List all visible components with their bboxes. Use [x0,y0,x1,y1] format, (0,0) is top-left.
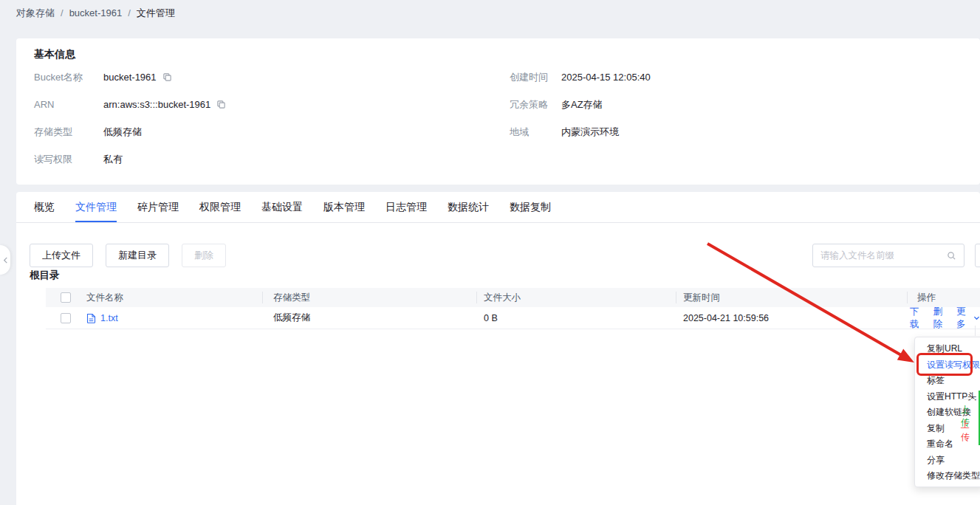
field-label: ARN [34,99,103,110]
refresh-button-partial[interactable] [975,244,980,267]
tab-overview[interactable]: 概览 [34,201,55,222]
delete-link[interactable]: 删除 [933,306,950,331]
row-size: 0 B [484,307,498,329]
more-actions-menu: 复制URL 设置读写权限 标签 设置HTTP头 创建软链接 复制 重命名 分享 … [914,337,980,487]
delete-button[interactable]: 删除 [182,244,226,267]
row-checkbox[interactable] [61,313,71,323]
tab-data-statistics[interactable]: 数据统计 [448,201,489,222]
field-acl: 读写权限 私有 [34,145,226,173]
file-link[interactable]: 1.txt [86,313,118,323]
tab-log-management[interactable]: 日志管理 [386,201,427,222]
table-header: 文件名称 存储类型 文件大小 更新时间 操作 [46,288,980,307]
menu-item-tags[interactable]: 标签 [915,373,980,389]
menu-item-create-symlink[interactable]: 创建软链接 [915,405,980,421]
root-directory-label: 根目录 [30,269,60,282]
file-search-box [812,244,964,267]
field-label: 地域 [510,126,561,139]
menu-item-set-http-header[interactable]: 设置HTTP头 [915,389,980,405]
field-label: 创建时间 [510,71,561,84]
breadcrumb-separator: / [61,7,64,18]
breadcrumb-separator: / [128,7,131,18]
sidebar-collapse-handle[interactable] [0,245,10,275]
field-value: bucket-1961 [103,72,157,83]
field-created-time: 创建时间 2025-04-15 12:05:40 [510,63,651,91]
tab-data-replication[interactable]: 数据复制 [510,201,551,222]
search-icon[interactable] [947,251,956,261]
breadcrumb: 对象存储/bucket-1961/文件管理 [16,7,175,20]
field-value: 多AZ存储 [561,98,603,111]
field-arn: ARN arn:aws:s3:::bucket-1961 [34,91,226,118]
tab-file-management[interactable]: 文件管理 [75,201,117,222]
table-row: 1.txt 低频存储 0 B 2025-04-21 10:59:56 下载 删除… [46,307,980,329]
tab-permission-management[interactable]: 权限管理 [199,201,241,222]
column-header-name: 文件名称 [86,288,123,307]
column-header-updated: 更新时间 [683,288,720,307]
chevron-down-icon [973,315,980,321]
field-value: 内蒙演示环境 [561,126,619,139]
menu-item-share[interactable]: 分享 [915,453,980,469]
more-label: 更多 [956,306,971,331]
row-updated: 2025-04-21 10:59:56 [683,307,769,329]
field-bucket-name: Bucket名称 bucket-1961 [34,63,226,91]
basic-info-title: 基本信息 [34,48,75,61]
panel-divider-fragment [959,399,978,399]
menu-item-change-storage-type[interactable]: 修改存储类型 [915,468,980,484]
tab-version-management[interactable]: 版本管理 [323,201,365,222]
column-divider [476,292,477,303]
menu-item-set-acl[interactable]: 设置读写权限 [915,357,980,374]
menu-item-copy[interactable]: 复制 [915,421,980,437]
column-divider [907,292,908,303]
chevron-left-icon [3,257,8,264]
field-label: 冗余策略 [510,98,561,111]
breadcrumb-item[interactable]: bucket-1961 [69,7,123,18]
more-link[interactable]: 更多 [956,306,980,331]
menu-item-rename[interactable]: 重命名 [915,436,980,453]
field-storage-type: 存储类型 低频存储 [34,118,226,145]
field-value: 2025-04-15 12:05:40 [561,72,651,83]
copy-icon[interactable] [162,72,172,82]
toolbar: 上传文件 新建目录 删除 [30,244,226,267]
field-label: Bucket名称 [34,71,103,84]
column-header-size: 文件大小 [484,288,521,307]
file-management-card: 概览 文件管理 碎片管理 权限管理 基础设置 版本管理 日志管理 数据统计 数据… [16,192,980,505]
field-redundancy: 冗余策略 多AZ存储 [510,91,651,118]
file-name: 1.txt [100,313,118,323]
new-directory-button[interactable]: 新建目录 [106,244,169,267]
search-input[interactable] [820,250,947,261]
upload-status-error-text: 上传 [961,419,970,444]
file-table: 文件名称 存储类型 文件大小 更新时间 操作 1.txt 低频存储 0 B [46,288,980,329]
basic-info-left-column: Bucket名称 bucket-1961 ARN arn:aws:s3:::bu… [34,63,226,173]
field-value: 私有 [103,153,123,166]
tab-bar: 概览 文件管理 碎片管理 权限管理 基础设置 版本管理 日志管理 数据统计 数据… [16,192,980,223]
copy-icon[interactable] [216,100,226,109]
tab-fragment-management[interactable]: 碎片管理 [137,201,179,222]
tab-basic-settings[interactable]: 基础设置 [261,201,303,222]
breadcrumb-item-current: 文件管理 [137,7,175,18]
download-link[interactable]: 下载 [910,306,926,331]
column-header-actions: 操作 [917,288,936,307]
field-label: 读写权限 [34,153,103,166]
row-storage-type: 低频存储 [273,307,310,329]
field-value: 低频存储 [103,126,142,139]
column-divider [262,292,263,303]
column-divider [676,292,676,303]
basic-info-card: 基本信息 Bucket名称 bucket-1961 ARN arn:aws:s3… [16,38,980,185]
menu-item-copy-url[interactable]: 复制URL [915,341,980,357]
column-header-storage-type: 存储类型 [273,288,310,307]
file-icon [86,313,96,323]
select-all-checkbox[interactable] [61,292,71,303]
field-label: 存储类型 [34,126,103,139]
upload-file-button[interactable]: 上传文件 [30,244,93,267]
panel-border-fragment [975,326,976,336]
field-value: arn:aws:s3:::bucket-1961 [103,99,210,110]
basic-info-right-column: 创建时间 2025-04-15 12:05:40 冗余策略 多AZ存储 地域 内… [510,63,651,145]
field-region: 地域 内蒙演示环境 [510,118,651,145]
breadcrumb-item[interactable]: 对象存储 [16,7,55,18]
